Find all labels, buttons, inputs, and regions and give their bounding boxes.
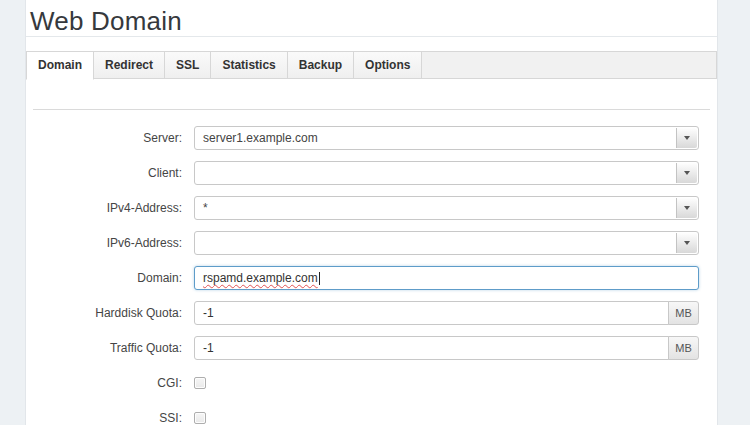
ipv6-address-select[interactable] — [194, 231, 699, 255]
harddisk-quota-unit: MB — [668, 301, 699, 325]
chevron-down-icon[interactable] — [676, 198, 697, 218]
chevron-down-icon[interactable] — [676, 163, 697, 183]
form-row-ipv6: IPv6-Address: — [26, 231, 717, 255]
form-row-harddisk-quota: Harddisk Quota: -1 MB — [26, 301, 717, 325]
domain-input[interactable]: rspamd.example.com — [194, 266, 699, 290]
form-row-traffic-quota: Traffic Quota: -1 MB — [26, 336, 717, 360]
domain-input-value: rspamd.example.com — [203, 271, 318, 285]
domain-label: Domain: — [26, 271, 194, 285]
tab-ssl[interactable]: SSL — [164, 51, 211, 79]
ipv4-label: IPv4-Address: — [26, 201, 194, 215]
cgi-label: CGI: — [26, 376, 194, 390]
traffic-quota-unit: MB — [668, 336, 699, 360]
form-row-cgi: CGI: — [26, 371, 717, 395]
form-row-ipv4: IPv4-Address: * — [26, 196, 717, 220]
tab-options[interactable]: Options — [353, 51, 422, 79]
harddisk-quota-label: Harddisk Quota: — [26, 306, 194, 320]
form-row-client: Client: — [26, 161, 717, 185]
page-title: Web Domain — [26, 0, 717, 36]
domain-form: Server: server1.example.com Client: — [26, 110, 717, 425]
client-select[interactable] — [194, 161, 699, 185]
page-panel: Web Domain Domain Redirect SSL Statistic… — [25, 0, 718, 425]
tab-content: Server: server1.example.com Client: — [26, 80, 717, 425]
server-select-value: server1.example.com — [195, 127, 698, 149]
traffic-quota-value: -1 — [203, 341, 214, 355]
form-row-server: Server: server1.example.com — [26, 126, 717, 150]
chevron-down-icon[interactable] — [676, 128, 697, 148]
traffic-quota-input[interactable]: -1 — [194, 336, 669, 360]
server-select[interactable]: server1.example.com — [194, 126, 699, 150]
traffic-quota-label: Traffic Quota: — [26, 341, 194, 355]
ipv4-select-value: * — [195, 197, 698, 219]
ipv4-address-select[interactable]: * — [194, 196, 699, 220]
tab-statistics[interactable]: Statistics — [210, 51, 287, 79]
tab-domain[interactable]: Domain — [26, 51, 94, 80]
form-row-ssi: SSI: — [26, 406, 717, 425]
tab-redirect[interactable]: Redirect — [93, 51, 165, 79]
cgi-checkbox[interactable] — [194, 377, 206, 389]
ssi-checkbox[interactable] — [194, 412, 206, 424]
form-row-domain: Domain: rspamd.example.com — [26, 266, 717, 290]
text-cursor — [319, 272, 320, 285]
ssi-label: SSI: — [26, 411, 194, 425]
server-label: Server: — [26, 131, 194, 145]
ipv6-label: IPv6-Address: — [26, 236, 194, 250]
tab-bar-filler — [421, 51, 717, 79]
harddisk-quota-input[interactable]: -1 — [194, 301, 669, 325]
chevron-down-icon[interactable] — [676, 233, 697, 253]
tab-backup[interactable]: Backup — [287, 51, 354, 79]
client-label: Client: — [26, 166, 194, 180]
tab-bar: Domain Redirect SSL Statistics Backup Op… — [26, 51, 717, 80]
harddisk-quota-value: -1 — [203, 306, 214, 320]
